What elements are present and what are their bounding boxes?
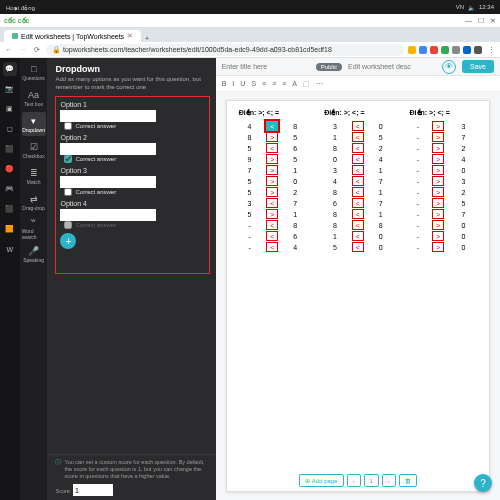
os-sound-icon[interactable]: 🔈 (468, 4, 475, 11)
dropdown-cell[interactable]: > (432, 209, 444, 219)
next-page-button[interactable]: › (382, 474, 396, 487)
dropdown-cell[interactable]: < (352, 176, 364, 186)
toolbar-color-icon[interactable]: A (292, 80, 297, 87)
os-activities[interactable]: Hoạt động (6, 4, 35, 11)
dropdown-cell[interactable]: > (432, 220, 444, 230)
toolbar-italic-icon[interactable]: I (232, 80, 234, 87)
dropdown-cell[interactable]: > (266, 209, 278, 219)
dropdown-cell[interactable]: > (266, 165, 278, 175)
worksheet-title-input[interactable] (222, 63, 310, 70)
nav-reload-icon[interactable]: ⟳ (32, 46, 42, 54)
tool-textbox[interactable]: AaText box (22, 86, 46, 110)
rail-item[interactable]: ⬛ (3, 202, 17, 216)
ext-icon[interactable] (452, 46, 460, 54)
dropdown-cell[interactable]: < (266, 242, 278, 252)
dropdown-cell[interactable]: < (266, 198, 278, 208)
dropdown-cell[interactable]: < (352, 132, 364, 142)
dropdown-cell[interactable]: < (352, 209, 364, 219)
dropdown-cell[interactable]: < (266, 220, 278, 230)
ext-icon[interactable] (463, 46, 471, 54)
toolbar-align-right-icon[interactable]: ≡ (282, 80, 286, 87)
preview-icon[interactable]: 👁 (442, 60, 456, 74)
dropdown-cell[interactable]: > (432, 121, 444, 131)
new-tab-icon[interactable]: + (145, 35, 149, 42)
tool-questions[interactable]: □Questions (22, 60, 46, 84)
toolbar-bold-icon[interactable]: B (222, 80, 227, 87)
address-input[interactable]: 🔒 topworksheets.com/teacher/worksheets/e… (46, 44, 404, 56)
rail-item[interactable]: ▣ (3, 102, 17, 116)
dropdown-cell[interactable]: > (432, 198, 444, 208)
nav-back-icon[interactable]: ← (4, 46, 14, 53)
dropdown-cell[interactable]: < (352, 220, 364, 230)
dropdown-cell[interactable]: < (352, 231, 364, 241)
correct-checkbox[interactable] (64, 155, 72, 163)
dropdown-cell[interactable]: > (432, 154, 444, 164)
dropdown-cell[interactable]: > (266, 132, 278, 142)
dropdown-cell[interactable]: > (432, 165, 444, 175)
correct-checkbox[interactable] (64, 188, 72, 196)
rail-item[interactable]: ⬛ (3, 142, 17, 156)
dropdown-cell[interactable]: < (266, 143, 278, 153)
dropdown-cell[interactable]: > (432, 132, 444, 142)
window-close-icon[interactable]: ✕ (490, 17, 496, 25)
dropdown-cell[interactable]: < (352, 143, 364, 153)
browser-tab[interactable]: Edit worksheets | TopWorksheets ✕ (4, 30, 141, 42)
toolbar-more-icon[interactable]: ⋯ (316, 80, 323, 88)
dropdown-cell[interactable]: < (352, 165, 364, 175)
worksheet-page[interactable]: Điền: >; <; =4<88>55<69>57>15>05>23<75>1… (226, 100, 490, 492)
save-button[interactable]: Save (462, 60, 494, 73)
add-option-button[interactable]: + (60, 233, 76, 249)
window-minimize-icon[interactable]: — (465, 17, 472, 25)
rail-item[interactable]: 🟧 (3, 222, 17, 236)
tool-wordsearch[interactable]: ʷWord search (22, 216, 46, 240)
toolbar-strike-icon[interactable]: S (251, 80, 256, 87)
worksheet-desc-input[interactable] (348, 63, 436, 70)
tool-dragdrop[interactable]: ⇄Drag-drop (22, 190, 46, 214)
toolbar-fill-icon[interactable]: ⬚ (303, 80, 310, 88)
dropdown-cell[interactable]: > (432, 143, 444, 153)
help-fab-icon[interactable]: ? (474, 474, 492, 492)
tool-match[interactable]: ≣Match (22, 164, 46, 188)
dropdown-cell[interactable]: < (266, 121, 278, 131)
rail-item[interactable]: 💬 (3, 62, 17, 76)
rail-item[interactable]: ◻ (3, 122, 17, 136)
ext-icon[interactable] (419, 46, 427, 54)
score-input[interactable] (73, 484, 113, 496)
ext-icon[interactable] (474, 46, 482, 54)
rail-item[interactable]: 📷 (3, 82, 17, 96)
rail-item[interactable]: W (3, 242, 17, 256)
option-input[interactable] (60, 143, 156, 155)
window-maximize-icon[interactable]: ☐ (478, 17, 484, 25)
dropdown-cell[interactable]: < (352, 242, 364, 252)
dropdown-cell[interactable]: < (352, 121, 364, 131)
tab-close-icon[interactable]: ✕ (127, 32, 133, 40)
dropdown-cell[interactable]: > (266, 187, 278, 197)
dropdown-cell[interactable]: > (432, 242, 444, 252)
ext-icon[interactable] (408, 46, 416, 54)
toolbar-underline-icon[interactable]: U (240, 80, 245, 87)
editor-canvas[interactable]: Điền: >; <; =4<88>55<69>57>15>05>23<75>1… (216, 92, 500, 500)
correct-checkbox[interactable] (64, 122, 72, 130)
prev-page-button[interactable]: ‹ (347, 474, 361, 487)
option-input[interactable] (60, 209, 156, 221)
option-input[interactable] (60, 110, 156, 122)
toolbar-align-left-icon[interactable]: ≡ (262, 80, 266, 87)
visibility-badge[interactable]: Public (316, 63, 342, 71)
option-input[interactable] (60, 176, 156, 188)
dropdown-cell[interactable]: < (352, 187, 364, 197)
dropdown-cell[interactable]: > (266, 154, 278, 164)
rail-item[interactable]: 🔴 (3, 162, 17, 176)
dropdown-cell[interactable]: > (266, 176, 278, 186)
tool-checkbox[interactable]: ☑Checkbox (22, 138, 46, 162)
tool-speaking[interactable]: 🎤Speaking (22, 242, 46, 266)
tool-dropdown[interactable]: ▾Dropdown (22, 112, 46, 136)
dropdown-cell[interactable]: > (432, 231, 444, 241)
ext-icon[interactable] (441, 46, 449, 54)
toolbar-align-center-icon[interactable]: ≡ (272, 80, 276, 87)
ext-icon[interactable] (430, 46, 438, 54)
rail-item[interactable]: 🎮 (3, 182, 17, 196)
dropdown-cell[interactable]: < (266, 231, 278, 241)
os-lang[interactable]: VN (456, 4, 464, 11)
dropdown-cell[interactable]: > (432, 176, 444, 186)
add-page-button[interactable]: ⊕ Add page (299, 474, 344, 487)
